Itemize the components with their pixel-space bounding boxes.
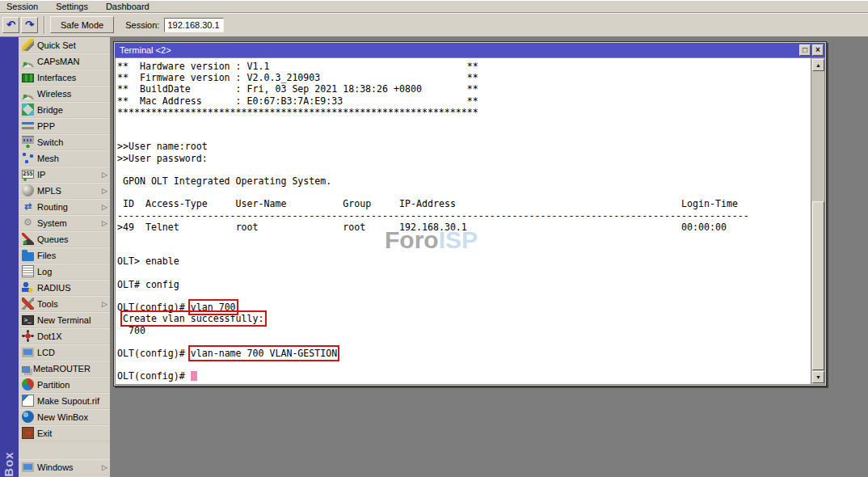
session-label: Session: bbox=[125, 20, 159, 30]
submenu-arrow-icon: ▷ bbox=[102, 219, 108, 227]
terminal-line: ** Firmware version : V2.0.3_210903 ** bbox=[117, 72, 811, 83]
sidebar-item-capsman[interactable]: CAPsMAN bbox=[19, 53, 110, 70]
terminal-line: ****************************************… bbox=[117, 107, 811, 118]
terminal-line: >>User name:root bbox=[117, 141, 811, 152]
sidebar-item-label: Wireless bbox=[37, 89, 108, 99]
sidebar-item-switch[interactable]: Switch bbox=[19, 134, 110, 150]
redo-icon: ↷ bbox=[25, 19, 34, 30]
mpls-icon bbox=[22, 184, 34, 196]
terminal-line bbox=[117, 268, 811, 279]
lcd-icon bbox=[22, 348, 34, 357]
close-button[interactable]: × bbox=[812, 44, 824, 56]
scroll-down-button[interactable]: ▼ bbox=[812, 371, 824, 383]
sidebar-item-exit[interactable]: ◄Exit bbox=[19, 425, 110, 441]
terminal-line: OLT(config)# vlan-name 700 VLAN-GESTION bbox=[117, 348, 811, 359]
terminal-cursor bbox=[191, 371, 197, 381]
partition-icon bbox=[22, 378, 34, 390]
terminal-line: 700 bbox=[117, 325, 811, 336]
sidebar-item-metarouter[interactable]: MetaROUTER bbox=[19, 361, 110, 377]
terminal-titlebar[interactable]: Terminal <2> □ × bbox=[115, 43, 825, 57]
sidebar-item-radius[interactable]: RADIUS bbox=[19, 280, 110, 296]
sidebar-item-label: PPP bbox=[37, 121, 108, 131]
terminal-window: Terminal <2> □ × ** Hardware version : V… bbox=[113, 41, 827, 386]
terminal-line: GPON OLT Integrated Operating System. bbox=[117, 175, 811, 187]
sidebar-item-mesh[interactable]: Mesh bbox=[19, 150, 110, 167]
menu-settings[interactable]: Settings bbox=[54, 1, 90, 12]
sidebar-item-label: RADIUS bbox=[37, 283, 108, 293]
vertical-scrollbar[interactable]: ▲ ▼ bbox=[811, 58, 824, 384]
undo-button[interactable]: ↶ bbox=[2, 17, 19, 33]
sidebar-item-quick-set[interactable]: Quick Set bbox=[19, 37, 110, 53]
capsman-icon bbox=[22, 55, 34, 67]
sidebar-item-new-terminal[interactable]: >_New Terminal bbox=[19, 312, 110, 328]
sidebar-item-partition[interactable]: Partition bbox=[19, 377, 110, 393]
sidebar-item-log[interactable]: Log bbox=[19, 264, 110, 280]
highlighted-command: Create vlan successfully: bbox=[123, 313, 264, 324]
sidebar-item-label: Queues bbox=[37, 234, 108, 244]
sidebar-item-queues[interactable]: Queues bbox=[19, 231, 110, 247]
terminal-line: Create vlan successfully: bbox=[117, 313, 811, 324]
dot1x-icon bbox=[22, 330, 34, 342]
new-terminal-icon: >_ bbox=[22, 315, 34, 325]
scrollbar-thumb[interactable] bbox=[812, 201, 824, 370]
sidebar-item-wireless[interactable]: Wireless bbox=[19, 86, 110, 102]
sidebar-item-label: Exit bbox=[37, 428, 108, 438]
sidebar-item-mpls[interactable]: MPLS▷ bbox=[19, 183, 110, 199]
sidebar-item-label: MPLS bbox=[37, 186, 99, 196]
menu-session[interactable]: Session bbox=[5, 1, 40, 12]
sidebar-item-windows[interactable]: Windows▷ bbox=[19, 459, 110, 475]
sidebar-item-ip[interactable]: 255IP▷ bbox=[19, 167, 110, 183]
sidebar-item-system[interactable]: ⚙System▷ bbox=[19, 215, 110, 231]
sidebar-item-label: CAPsMAN bbox=[37, 57, 108, 66]
sidebar-item-label: Routing bbox=[37, 202, 99, 212]
queues-icon bbox=[22, 233, 34, 245]
bridge-icon bbox=[22, 103, 34, 116]
sidebar-item-make-supout[interactable]: Make Supout.rif bbox=[19, 393, 110, 409]
scroll-up-icon: ▲ bbox=[815, 62, 821, 68]
sidebar-item-new-winbox[interactable]: New WinBox bbox=[19, 409, 110, 425]
maximize-button[interactable]: □ bbox=[799, 44, 811, 56]
terminal-line bbox=[117, 359, 811, 370]
menu-dashboard[interactable]: Dashboard bbox=[104, 1, 151, 12]
sidebar-item-label: MetaROUTER bbox=[33, 364, 108, 374]
sidebar-item-bridge[interactable]: Bridge bbox=[19, 102, 110, 118]
sidebar-item-interfaces[interactable]: Interfaces bbox=[19, 70, 110, 86]
terminal-line bbox=[117, 290, 811, 302]
scroll-up-button[interactable]: ▲ bbox=[812, 59, 824, 71]
terminal-output[interactable]: ** Hardware version : V1.1 **** Firmware… bbox=[116, 58, 811, 384]
interfaces-icon bbox=[22, 74, 34, 82]
sidebar-item-label: New WinBox bbox=[37, 412, 108, 422]
terminal-line: >>User password: bbox=[117, 153, 811, 164]
mesh-icon bbox=[22, 152, 34, 164]
terminal-title: Terminal <2> bbox=[120, 45, 798, 55]
sidebar-item-ppp[interactable]: PPP bbox=[19, 118, 110, 134]
wireless-icon bbox=[22, 87, 34, 99]
safe-mode-button[interactable]: Safe Mode bbox=[50, 16, 114, 33]
redo-button[interactable]: ↷ bbox=[21, 17, 38, 33]
sidebar-item-label: Mesh bbox=[37, 154, 108, 163]
sidebar-item-files[interactable]: Files bbox=[19, 247, 110, 264]
winbox-vertical-logo: WinBox bbox=[2, 451, 15, 477]
windows-icon bbox=[22, 462, 34, 472]
terminal-line: OLT> enable bbox=[117, 255, 811, 267]
sidebar-item-dot1x[interactable]: Dot1X bbox=[19, 328, 110, 344]
system-icon: ⚙ bbox=[22, 217, 34, 229]
terminal-line: ** BuildDate : Fri, 03 Sep 2021 18:38:26… bbox=[117, 83, 811, 95]
radius-icon bbox=[22, 281, 34, 293]
sidebar-item-label: Windows bbox=[37, 462, 99, 472]
exit-icon: ◄ bbox=[22, 427, 34, 439]
session-input[interactable] bbox=[164, 18, 224, 32]
sidebar-item-lcd[interactable]: LCD bbox=[19, 344, 110, 361]
ip-icon: 255 bbox=[22, 170, 34, 179]
terminal-line bbox=[117, 164, 811, 175]
sidebar-item-label: IP bbox=[37, 170, 99, 179]
sidebar-item-label: Files bbox=[37, 251, 108, 260]
terminal-line bbox=[117, 118, 811, 129]
winbox-brand-strip: WinBox bbox=[0, 37, 19, 477]
terminal-line: ID Access-Type User-Name Group IP-Addres… bbox=[117, 198, 811, 209]
quick-set-icon bbox=[22, 39, 34, 51]
sidebar-item-tools[interactable]: Tools▷ bbox=[19, 296, 110, 312]
workspace: Terminal <2> □ × ** Hardware version : V… bbox=[111, 37, 868, 477]
sidebar-item-label: Make Supout.rif bbox=[37, 396, 108, 406]
sidebar-item-routing[interactable]: ⇄Routing▷ bbox=[19, 199, 110, 215]
